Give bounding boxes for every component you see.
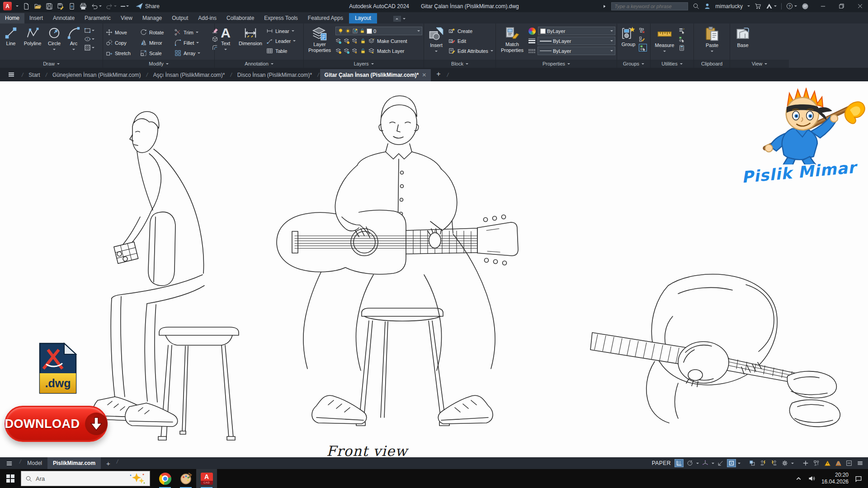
new-tab-button[interactable]: + bbox=[431, 69, 446, 81]
print-button[interactable] bbox=[80, 3, 87, 10]
save-button[interactable] bbox=[46, 3, 53, 10]
object-color-dropdown[interactable]: ByLayer bbox=[538, 27, 615, 35]
file-tab-disco[interactable]: Disco İnsan (PislikMimar.com)* bbox=[233, 69, 316, 81]
help-search-field[interactable] bbox=[611, 2, 688, 10]
layer-walk-icon[interactable] bbox=[344, 48, 350, 54]
tab-featured-apps[interactable]: Featured Apps bbox=[303, 13, 348, 23]
tool-move[interactable]: Move bbox=[106, 28, 140, 37]
panel-label-layers[interactable]: Layers bbox=[304, 60, 424, 68]
tab-parametric[interactable]: Parametric bbox=[80, 13, 116, 23]
figure-top-view[interactable] bbox=[590, 274, 840, 427]
tool-ellipse[interactable] bbox=[84, 35, 94, 43]
new-file-button[interactable] bbox=[23, 3, 30, 10]
osnap-caret-icon[interactable] bbox=[738, 463, 741, 465]
tool-quick-select[interactable] bbox=[679, 27, 685, 34]
tool-group[interactable]: Group bbox=[619, 25, 638, 47]
tool-leader[interactable]: Leader bbox=[266, 37, 296, 45]
tool-quick-calculator[interactable] bbox=[679, 35, 685, 43]
close-tab-icon[interactable]: ✕ bbox=[422, 72, 426, 78]
file-tab-start[interactable]: Start bbox=[24, 69, 44, 81]
annoscale-caret-icon[interactable] bbox=[791, 463, 794, 465]
hardware-warning-icon[interactable] bbox=[834, 459, 843, 467]
customize-statusbar-icon[interactable] bbox=[855, 459, 864, 467]
space-mode-label[interactable]: PAPER bbox=[652, 460, 671, 466]
isodraft-icon[interactable] bbox=[701, 459, 710, 467]
new-layout-button[interactable]: + bbox=[101, 457, 116, 469]
polar-tracking-icon[interactable] bbox=[685, 459, 694, 467]
tool-ungroup[interactable] bbox=[639, 27, 647, 34]
search-highlights-sparkle-icon[interactable] bbox=[127, 473, 146, 484]
publish-button[interactable] bbox=[68, 3, 75, 10]
layer-dropdown[interactable]: 0 bbox=[335, 27, 422, 35]
hidden-icons-chevron-icon[interactable] bbox=[795, 475, 802, 482]
panel-label-properties[interactable]: Properties bbox=[496, 60, 617, 68]
autodesk-apps-button[interactable] bbox=[766, 3, 777, 9]
layer-off-icon[interactable] bbox=[335, 48, 342, 54]
isolate-objects-icon[interactable] bbox=[812, 459, 821, 467]
layer-unisolate-icon[interactable] bbox=[344, 38, 350, 44]
taskbar-clock[interactable]: 20:20 16.04.2026 bbox=[821, 472, 849, 485]
layout-tab-pislikmimar[interactable]: PislikMimar.com bbox=[47, 457, 101, 469]
tool-line[interactable]: Line bbox=[2, 25, 20, 47]
start-button[interactable] bbox=[0, 469, 21, 488]
tool-group-selection[interactable] bbox=[639, 44, 647, 52]
tool-match-layer[interactable]: Match Layer bbox=[368, 47, 405, 55]
taskbar-paint-icon[interactable] bbox=[175, 469, 196, 488]
username[interactable]: mimarlucky bbox=[715, 3, 743, 9]
download-button[interactable]: DOWNLOAD bbox=[5, 406, 108, 442]
panel-label-clipboard[interactable]: Clipboard bbox=[694, 60, 730, 68]
layer-lock-tool-icon[interactable] bbox=[360, 38, 366, 44]
graphics-performance-warning-icon[interactable] bbox=[823, 459, 832, 467]
drawing-canvas[interactable]: Front view bbox=[0, 81, 868, 457]
tool-group-edit[interactable] bbox=[639, 35, 647, 43]
open-file-button[interactable] bbox=[34, 3, 42, 10]
share-button[interactable]: Share bbox=[136, 3, 160, 10]
workspace-switching-icon[interactable] bbox=[801, 459, 810, 467]
file-tabs-menu-icon[interactable] bbox=[0, 71, 21, 81]
panel-label-view[interactable]: View bbox=[730, 60, 789, 68]
tool-circle[interactable]: Circle bbox=[45, 25, 63, 52]
tool-layer-properties[interactable]: Layer Properties bbox=[306, 25, 334, 53]
tool-edit-block[interactable]: Edit bbox=[448, 37, 493, 45]
tab-annotate[interactable]: Annotate bbox=[48, 13, 80, 23]
panel-label-draw[interactable]: Draw bbox=[0, 60, 103, 68]
tool-text[interactable]: AText bbox=[217, 25, 235, 52]
notification-center-icon[interactable] bbox=[854, 475, 863, 483]
autocad-app-icon[interactable]: A bbox=[3, 2, 12, 10]
isodraft-caret-icon[interactable] bbox=[712, 463, 714, 465]
panel-label-utilities[interactable]: Utilities bbox=[651, 60, 693, 68]
tool-measure[interactable]: Measure bbox=[652, 25, 677, 53]
tab-insert[interactable]: Insert bbox=[24, 13, 48, 23]
save-as-button[interactable] bbox=[57, 3, 64, 10]
search-icon[interactable] bbox=[693, 3, 699, 9]
close-icon[interactable] bbox=[857, 3, 863, 9]
tab-view[interactable]: View bbox=[116, 13, 137, 23]
layer-vpfreeze-icon[interactable] bbox=[352, 48, 358, 54]
lineweight-dropdown[interactable]: ByLayer bbox=[538, 37, 615, 45]
tool-array[interactable]: Array bbox=[175, 48, 210, 58]
taskbar-search-box[interactable]: Ara bbox=[21, 471, 150, 486]
tool-insert-block[interactable]: Insert bbox=[426, 25, 447, 53]
tool-mirror[interactable]: Mirror bbox=[140, 38, 175, 47]
panel-label-groups[interactable]: Groups bbox=[617, 60, 650, 68]
layer-isolate-icon[interactable] bbox=[335, 38, 342, 44]
taskbar-chrome-icon[interactable] bbox=[155, 469, 175, 488]
panel-label-modify[interactable]: Modify bbox=[103, 60, 214, 68]
restore-icon[interactable] bbox=[838, 3, 845, 9]
grid-toggle-icon[interactable] bbox=[675, 459, 684, 467]
tool-rectangle[interactable] bbox=[84, 27, 94, 34]
app-store-cart-icon[interactable] bbox=[755, 3, 761, 9]
object-snap-icon[interactable] bbox=[727, 459, 736, 467]
search-expand-icon[interactable] bbox=[602, 4, 607, 9]
tool-fillet[interactable]: Fillet bbox=[175, 38, 210, 47]
layout-context-tab[interactable]: Layout bbox=[349, 13, 377, 23]
search-input[interactable] bbox=[614, 4, 685, 9]
polar-caret-icon[interactable] bbox=[696, 463, 699, 465]
panel-label-annotation[interactable]: Annotation bbox=[215, 60, 303, 68]
feedback-icon[interactable] bbox=[802, 3, 809, 10]
layer-freeze-tool-icon[interactable] bbox=[352, 38, 358, 44]
help-button[interactable] bbox=[786, 3, 797, 9]
tool-trim[interactable]: Trim bbox=[175, 28, 210, 37]
file-tab-guneslenen[interactable]: Güneşlenen İnsan (PislikMimar.com) bbox=[48, 69, 145, 81]
tool-copy[interactable]: Copy bbox=[106, 38, 140, 47]
